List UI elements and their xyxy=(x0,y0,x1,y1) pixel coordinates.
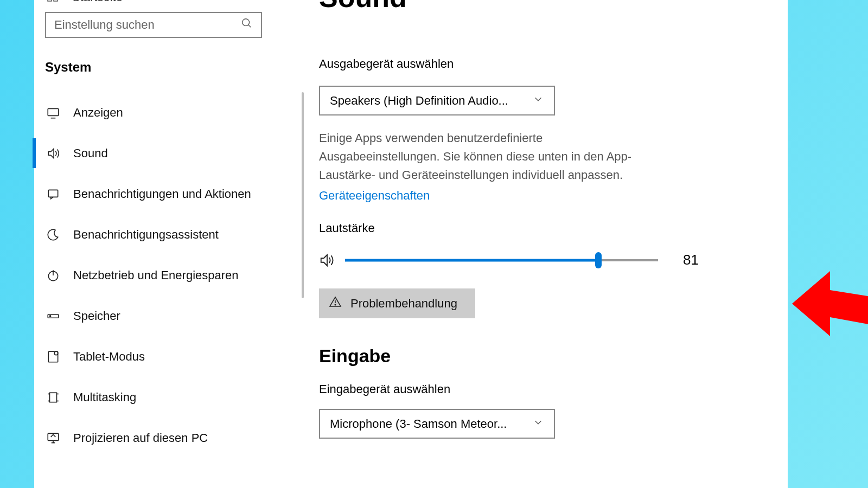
svg-marker-26 xyxy=(792,271,868,358)
moon-icon xyxy=(45,228,61,242)
sidebar-item-label: Anzeigen xyxy=(73,106,123,120)
svg-rect-3 xyxy=(54,0,58,1)
sidebar-section-title: System xyxy=(45,60,91,75)
sidebar-item-label: Tablet-Modus xyxy=(73,350,145,364)
power-icon xyxy=(45,268,61,282)
sidebar-item-label: Startseite xyxy=(72,0,123,4)
output-device-label: Ausgabegerät auswählen xyxy=(319,57,454,71)
sidebar-item-label: Multitasking xyxy=(73,390,136,404)
multitasking-icon xyxy=(45,390,61,404)
chevron-down-icon xyxy=(532,416,544,432)
sidebar-item-storage[interactable]: Speicher xyxy=(34,296,304,336)
sidebar-nav: Anzeigen Sound Benachrichtigungen und Ak… xyxy=(34,92,304,458)
storage-icon xyxy=(45,309,61,323)
troubleshoot-label: Problembehandlung xyxy=(350,297,457,311)
display-icon xyxy=(45,106,61,120)
warning-icon xyxy=(329,296,342,312)
output-device-dropdown[interactable]: Speakers (High Definition Audio... xyxy=(319,86,555,115)
volume-row: 81 xyxy=(319,245,699,275)
sidebar-item-display[interactable]: Anzeigen xyxy=(34,92,304,133)
sidebar-item-home[interactable]: Startseite xyxy=(45,0,123,5)
sidebar-item-label: Speicher xyxy=(73,309,120,323)
svg-rect-2 xyxy=(48,0,52,1)
input-heading: Eingabe xyxy=(319,345,391,367)
search-input[interactable]: Einstellung suchen xyxy=(45,12,262,38)
notifications-icon xyxy=(45,187,61,201)
svg-point-25 xyxy=(335,304,336,305)
sidebar-item-power[interactable]: Netzbetrieb und Energiesparen xyxy=(34,255,304,296)
svg-marker-8 xyxy=(48,149,54,158)
sidebar-item-label: Benachrichtigungsassistent xyxy=(73,228,219,242)
svg-rect-14 xyxy=(48,351,58,362)
sound-icon xyxy=(45,146,61,160)
slider-fill xyxy=(345,259,598,261)
output-device-selected: Speakers (High Definition Audio... xyxy=(330,94,508,108)
home-icon xyxy=(45,0,60,5)
output-description: Einige Apps verwenden benutzerdefinierte… xyxy=(319,129,655,184)
main-content: Sound Ausgabegerät auswählen Speakers (H… xyxy=(304,0,788,488)
device-properties-link[interactable]: Geräteeigenschaften xyxy=(319,189,430,203)
speaker-icon[interactable] xyxy=(319,252,335,268)
sidebar-item-multitasking[interactable]: Multitasking xyxy=(34,377,304,418)
volume-value: 81 xyxy=(674,252,699,268)
svg-point-4 xyxy=(242,19,250,26)
input-device-selected: Microphone (3- Samson Meteor... xyxy=(330,417,507,431)
sidebar-item-sound[interactable]: Sound xyxy=(34,133,304,174)
svg-rect-6 xyxy=(48,108,59,115)
sidebar-item-notifications[interactable]: Benachrichtigungen und Aktionen xyxy=(34,174,304,214)
sidebar-item-projecting[interactable]: Projizieren auf diesen PC xyxy=(34,418,304,458)
input-device-dropdown[interactable]: Microphone (3- Samson Meteor... xyxy=(319,409,555,439)
chevron-down-icon xyxy=(532,93,544,108)
svg-rect-9 xyxy=(48,190,58,197)
sidebar-item-label: Projizieren auf diesen PC xyxy=(73,431,208,445)
sidebar: Startseite Einstellung suchen System Anz… xyxy=(34,0,304,488)
projecting-icon xyxy=(45,431,61,445)
search-icon xyxy=(241,17,253,33)
volume-slider[interactable] xyxy=(345,259,658,261)
sidebar-item-label: Sound xyxy=(73,146,108,160)
input-device-label: Eingabegerät auswählen xyxy=(319,382,450,396)
svg-rect-18 xyxy=(50,393,57,402)
sidebar-item-focus-assist[interactable]: Benachrichtigungsassistent xyxy=(34,214,304,255)
page-title: Sound xyxy=(319,0,407,14)
svg-marker-22 xyxy=(321,255,327,266)
volume-label: Lautstärke xyxy=(319,221,375,235)
sidebar-item-label: Benachrichtigungen und Aktionen xyxy=(73,187,251,201)
svg-point-15 xyxy=(54,351,58,355)
slider-thumb[interactable] xyxy=(595,252,602,268)
tablet-icon xyxy=(45,350,61,364)
svg-point-13 xyxy=(50,315,51,316)
settings-window: Startseite Einstellung suchen System Anz… xyxy=(34,0,788,488)
search-placeholder: Einstellung suchen xyxy=(54,18,155,32)
annotation-arrow xyxy=(792,271,868,369)
svg-line-5 xyxy=(248,25,251,28)
troubleshoot-button[interactable]: Problembehandlung xyxy=(319,288,475,318)
sidebar-item-label: Netzbetrieb und Energiesparen xyxy=(73,268,239,282)
sidebar-item-tablet[interactable]: Tablet-Modus xyxy=(34,336,304,377)
